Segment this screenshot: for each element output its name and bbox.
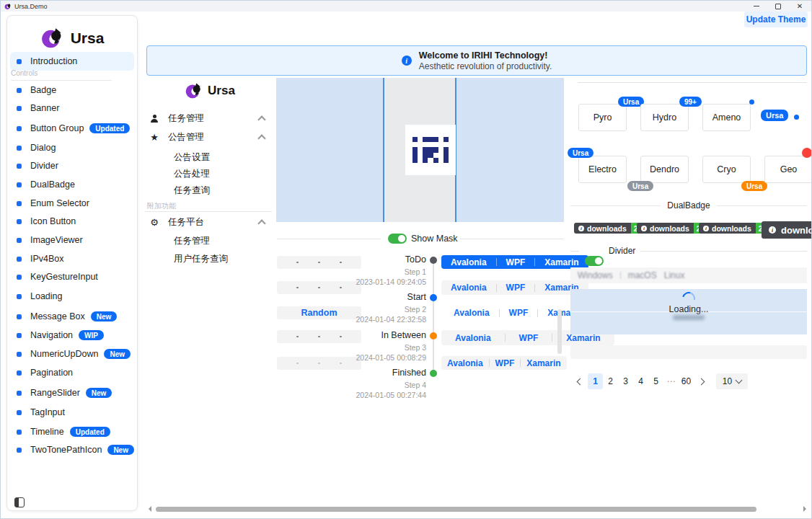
random-button[interactable]: Random <box>277 306 361 319</box>
scroll-right-arrow[interactable] <box>803 506 809 512</box>
ursa-logo-icon <box>40 26 65 50</box>
badge-card-hydro: Hydro <box>640 104 689 131</box>
sidebar-section-label: Controls <box>11 69 37 77</box>
divider-toggle[interactable] <box>585 256 604 266</box>
sidebar-item-banner[interactable]: Banner <box>10 99 134 117</box>
sidebar-item-pagination[interactable]: Pagination <box>10 363 134 382</box>
page-button-3[interactable]: 3 <box>618 373 633 389</box>
sidebar-item-button-group[interactable]: Button GroupUpdated <box>10 119 134 138</box>
nav-menu-logo: Ursa <box>145 81 275 100</box>
minimize-button[interactable] <box>746 1 767 12</box>
irihi-logo <box>405 125 456 175</box>
menu-label: 公告管理 <box>168 131 204 143</box>
vertical-scrollbar-thumb[interactable] <box>557 309 562 354</box>
menu-group-task-management[interactable]: 任务管理 <box>145 110 273 126</box>
menu-group-announcement[interactable]: ★ 公告管理 <box>145 129 273 145</box>
sidebar-item-label: Button Group <box>30 123 84 133</box>
avalonia-button[interactable]: Avalonia <box>441 255 496 269</box>
next-page-button[interactable] <box>694 373 709 389</box>
sidebar-item-divider[interactable]: Divider <box>10 156 134 175</box>
divider <box>460 239 564 239</box>
wpf-button[interactable]: WPF <box>490 356 521 370</box>
sidebar-item-rangeslider[interactable]: RangeSliderNew <box>10 383 134 402</box>
platform-bar: Windows macOS Linux <box>570 267 807 283</box>
minimize-icon <box>754 6 759 6</box>
menu-group-task-platform[interactable]: ⚙ 任务平台 <box>145 214 273 230</box>
image-viewer[interactable] <box>276 78 564 222</box>
show-mask-toggle[interactable] <box>388 234 407 244</box>
update-theme-button[interactable]: Update Theme <box>744 12 808 27</box>
avalonia-button[interactable]: Avalonia <box>441 280 496 295</box>
status-badge: Updated <box>70 427 110 437</box>
sidebar-item-dualbadge[interactable]: DualBadge <box>10 175 134 194</box>
timeline-dot-finished <box>430 370 437 377</box>
platform-macos: macOS <box>628 270 657 280</box>
sidebar-item-timeline[interactable]: TimelineUpdated <box>10 422 134 441</box>
menu-label: 任务查询 <box>174 185 210 197</box>
ipv4-input[interactable] <box>277 281 361 294</box>
card-label: Electro <box>588 164 617 174</box>
title-bar[interactable]: Ursa.Demo <box>1 1 811 12</box>
page-button-60[interactable]: 60 <box>679 373 694 389</box>
sidebar-item-enum-selector[interactable]: Enum Selector <box>10 194 134 213</box>
page-button-5[interactable]: 5 <box>648 373 663 389</box>
dual-badge-label: downloads <box>587 224 627 233</box>
timeline-date: 2024-01-05 00:08:29 <box>356 353 427 362</box>
page-button-2[interactable]: 2 <box>603 373 618 389</box>
ipv4-input[interactable] <box>277 256 361 269</box>
sidebar-item-loading[interactable]: Loading <box>10 287 134 306</box>
app-window: Ursa.Demo ✕ Ursa Introduction Controls B… <box>0 0 812 519</box>
sidebar-item-ipv4box[interactable]: IPv4Box <box>10 249 134 268</box>
wpf-button[interactable]: WPF <box>497 255 535 269</box>
wpf-button[interactable]: WPF <box>500 306 538 320</box>
sidebar-item-numericupdown[interactable]: NumericUpDownNew <box>10 345 134 363</box>
sidebar-item-taginput[interactable]: TagInput <box>10 403 134 422</box>
avalonia-button[interactable]: Avalonia <box>444 306 499 320</box>
dualbadge-divider: DualBadge <box>570 200 807 210</box>
timeline-dot-start <box>430 294 437 301</box>
bullet-icon <box>17 182 22 187</box>
divider <box>578 82 807 83</box>
bullet-icon <box>17 164 22 169</box>
page-button-1[interactable]: 1 <box>588 373 603 389</box>
xamarin-button[interactable]: Xamarin <box>521 356 566 370</box>
badge-card-pyro: Pyro <box>578 104 627 131</box>
sidebar-item-icon-button[interactable]: Icon Button <box>10 212 134 231</box>
divider <box>640 251 807 252</box>
restore-button[interactable] <box>768 1 788 12</box>
horizontal-scrollbar-thumb[interactable] <box>156 507 756 512</box>
sidebar-item-label: TagInput <box>30 407 65 417</box>
restore-icon <box>775 4 781 9</box>
close-button[interactable]: ✕ <box>790 1 810 12</box>
dual-badge-large: idownload <box>762 221 812 239</box>
chevron-up-icon <box>257 134 265 142</box>
sidebar-collapse-icon[interactable] <box>14 497 25 507</box>
page-button-4[interactable]: 4 <box>633 373 648 389</box>
viewer-image-area[interactable] <box>383 78 456 222</box>
sidebar-item-dialog[interactable]: Dialog <box>10 138 134 157</box>
sidebar-item-message-box[interactable]: Message BoxNew <box>10 307 134 326</box>
sidebar-item-navigation[interactable]: NavigationWIP <box>10 326 134 345</box>
bullet-icon <box>17 88 22 93</box>
sidebar-item-keygestureinput[interactable]: KeyGestureInput <box>10 267 134 286</box>
status-badge: New <box>86 388 112 398</box>
card-label: Hydro <box>653 112 676 123</box>
scroll-left-arrow[interactable] <box>146 506 151 512</box>
sidebar-item-imageviewer[interactable]: ImageViewer <box>10 231 134 249</box>
prev-page-button[interactable] <box>573 373 588 389</box>
sidebar-item-badge[interactable]: Badge <box>10 81 134 99</box>
mask-edge-line[interactable] <box>383 78 384 222</box>
wpf-button[interactable]: WPF <box>506 330 552 345</box>
menu-item-task-management[interactable]: 任务管理 <box>145 233 302 249</box>
sidebar-item-introduction[interactable]: Introduction <box>10 52 134 71</box>
ipv4-input[interactable] <box>277 330 361 343</box>
sidebar-item-label: Icon Button <box>30 216 76 226</box>
page-size-select[interactable]: 10 <box>716 373 748 389</box>
sidebar-item-twotonepathicon[interactable]: TwoTonePathIconNew <box>10 440 134 459</box>
button-group-solid: Avalonia WPF Xamarin <box>441 255 588 269</box>
avalonia-button[interactable]: Avalonia <box>441 356 489 370</box>
wpf-button[interactable]: WPF <box>497 280 535 295</box>
avalonia-button[interactable]: Avalonia <box>441 330 505 345</box>
bullet-icon <box>17 257 22 262</box>
chevron-up-icon <box>257 219 265 227</box>
